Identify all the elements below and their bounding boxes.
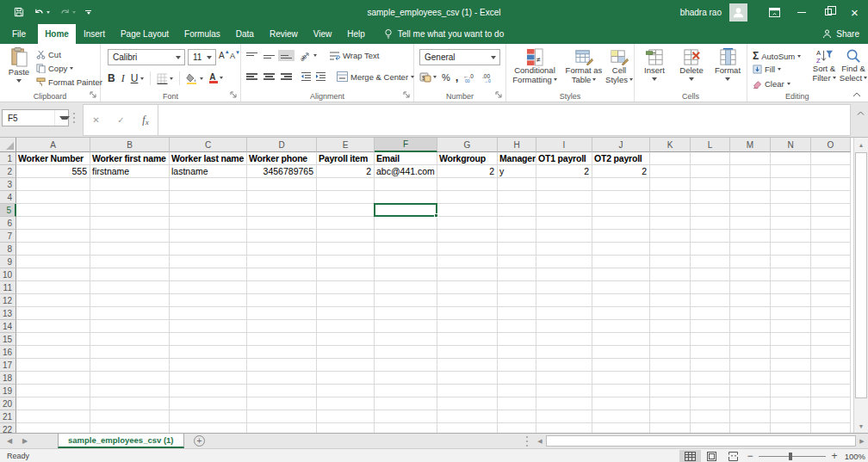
cell-N18[interactable] (771, 372, 811, 385)
cell-A3[interactable] (16, 178, 90, 191)
cell-J6[interactable] (592, 217, 650, 230)
cell-A17[interactable] (16, 359, 90, 372)
row-header-6[interactable]: 6 (0, 217, 16, 230)
cell-N2[interactable] (771, 165, 811, 178)
cell-O12[interactable] (811, 294, 851, 307)
column-header-N[interactable]: N (771, 138, 811, 152)
cell-H6[interactable] (498, 217, 536, 230)
cell-L11[interactable] (691, 281, 730, 294)
cell-M16[interactable] (730, 346, 771, 359)
tab-page-layout[interactable]: Page Layout (113, 24, 177, 44)
cell-B14[interactable] (90, 320, 170, 333)
column-header-I[interactable]: I (536, 138, 592, 152)
cell-J15[interactable] (592, 333, 650, 346)
cell-C7[interactable] (170, 230, 247, 243)
cell-K16[interactable] (650, 346, 691, 359)
cell-B12[interactable] (90, 294, 170, 307)
cell-G13[interactable] (437, 307, 498, 320)
cell-C3[interactable] (170, 178, 247, 191)
cell-M21[interactable] (730, 410, 771, 423)
fill-handle[interactable] (434, 213, 438, 218)
cell-H17[interactable] (498, 359, 536, 372)
row-header-3[interactable]: 3 (0, 178, 16, 191)
cell-B1[interactable]: Worker first name (90, 152, 170, 165)
cell-H12[interactable] (498, 294, 536, 307)
cell-O18[interactable] (811, 372, 851, 385)
cell-K4[interactable] (650, 191, 691, 204)
cell-H1[interactable]: Manager (498, 152, 536, 165)
cell-N11[interactable] (771, 281, 811, 294)
decrease-indent-icon[interactable] (301, 71, 312, 82)
cell-F10[interactable] (375, 268, 437, 281)
cell-N20[interactable] (771, 397, 811, 410)
cell-C15[interactable] (170, 333, 247, 346)
cell-A18[interactable] (16, 372, 90, 385)
row-header-14[interactable]: 14 (0, 320, 16, 333)
cell-H19[interactable] (498, 385, 536, 397)
ribbon-display-options-button[interactable] (761, 0, 788, 24)
cell-N1[interactable] (771, 152, 811, 165)
cell-F19[interactable] (375, 385, 437, 397)
cell-E11[interactable] (317, 281, 375, 294)
cell-L7[interactable] (691, 230, 730, 243)
cell-J20[interactable] (592, 397, 650, 410)
cell-C4[interactable] (170, 191, 247, 204)
cell-E6[interactable] (317, 217, 375, 230)
copy-button[interactable]: Copy (36, 64, 73, 73)
cell-H13[interactable] (498, 307, 536, 320)
increase-decimal-icon[interactable]: ←.000 (463, 72, 477, 83)
cell-D18[interactable] (247, 372, 317, 385)
cell-C2[interactable]: lastname (170, 165, 247, 178)
wrap-text-button[interactable]: Wrap Text (329, 51, 379, 61)
cell-M8[interactable] (730, 243, 771, 256)
cell-C14[interactable] (170, 320, 247, 333)
cell-M12[interactable] (730, 294, 771, 307)
cell-O1[interactable] (811, 152, 851, 165)
cell-J8[interactable] (592, 243, 650, 256)
cell-L15[interactable] (691, 333, 730, 346)
cell-A14[interactable] (16, 320, 90, 333)
account-user-name[interactable]: bhadra rao (680, 8, 722, 17)
cell-L12[interactable] (691, 294, 730, 307)
cell-J9[interactable] (592, 256, 650, 268)
cell-O14[interactable] (811, 320, 851, 333)
format-painter-button[interactable]: Format Painter (36, 77, 102, 87)
cell-K12[interactable] (650, 294, 691, 307)
enter-formula-icon[interactable]: ✓ (117, 115, 124, 125)
minimize-button[interactable] (788, 0, 815, 24)
cell-M13[interactable] (730, 307, 771, 320)
cell-N6[interactable] (771, 217, 811, 230)
tab-data[interactable]: Data (228, 24, 262, 44)
cell-A22[interactable] (16, 423, 90, 433)
column-header-B[interactable]: B (90, 138, 170, 152)
cell-B3[interactable] (90, 178, 170, 191)
cell-K19[interactable] (650, 385, 691, 397)
row-header-2[interactable]: 2 (0, 165, 16, 178)
cell-M15[interactable] (730, 333, 771, 346)
tab-review[interactable]: Review (262, 24, 306, 44)
cell-I4[interactable] (536, 191, 592, 204)
cell-K17[interactable] (650, 359, 691, 372)
cell-B7[interactable] (90, 230, 170, 243)
cell-I5[interactable] (536, 204, 592, 217)
insert-function-icon[interactable]: fx (142, 114, 148, 126)
cell-M5[interactable] (730, 204, 771, 217)
row-header-7[interactable]: 7 (0, 230, 16, 243)
cell-L21[interactable] (691, 410, 730, 423)
cell-M10[interactable] (730, 268, 771, 281)
cell-N5[interactable] (771, 204, 811, 217)
sheet-nav-right-icon[interactable]: ▶ (19, 434, 31, 448)
cell-L19[interactable] (691, 385, 730, 397)
zoom-slider[interactable] (759, 456, 826, 457)
cell-K8[interactable] (650, 243, 691, 256)
cell-L13[interactable] (691, 307, 730, 320)
save-icon[interactable] (14, 7, 24, 17)
selected-cell-F5[interactable] (374, 203, 437, 217)
page-break-view-button[interactable] (722, 450, 744, 462)
cell-J22[interactable] (592, 423, 650, 433)
cell-E2[interactable]: 2 (317, 165, 375, 178)
cell-K9[interactable] (650, 256, 691, 268)
row-header-18[interactable]: 18 (0, 372, 16, 385)
comma-style-button[interactable]: , (456, 71, 459, 83)
cell-F11[interactable] (375, 281, 437, 294)
